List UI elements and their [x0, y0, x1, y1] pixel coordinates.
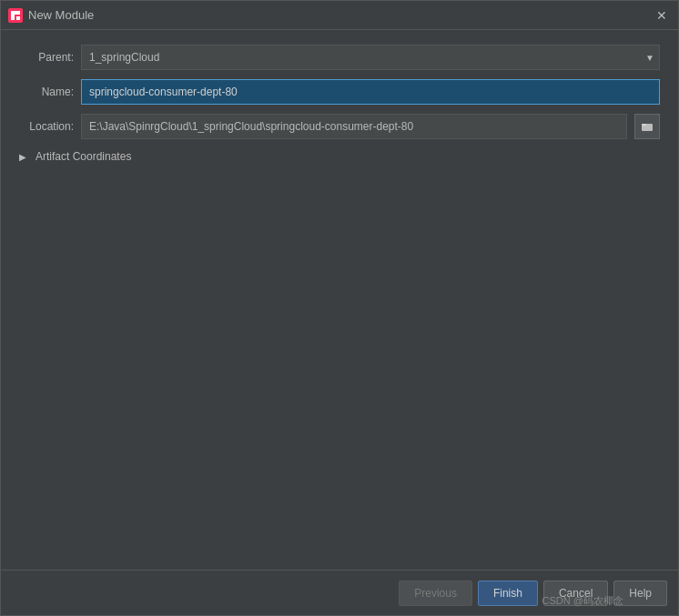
expand-arrow-icon: ▶	[19, 152, 30, 162]
name-input[interactable]	[81, 79, 660, 105]
name-row: Name:	[19, 79, 660, 105]
name-label: Name:	[19, 86, 74, 98]
title-bar-left: New Module	[8, 8, 94, 23]
finish-button[interactable]: Finish	[478, 581, 538, 606]
folder-icon	[641, 120, 654, 133]
title-bar: New Module ✕	[1, 1, 678, 30]
location-input[interactable]	[81, 114, 627, 139]
watermark: CSDN @码农椰念	[542, 594, 623, 608]
svg-rect-3	[16, 16, 20, 20]
close-button[interactable]: ✕	[653, 6, 671, 25]
artifact-coordinates-section[interactable]: ▶ Artifact Coordinates	[19, 148, 660, 165]
parent-row: Parent: 1_springCloud ▼	[19, 45, 660, 70]
artifact-coordinates-label: Artifact Coordinates	[35, 150, 131, 163]
parent-select[interactable]: 1_springCloud	[81, 45, 660, 70]
location-label: Location:	[19, 120, 74, 133]
svg-rect-2	[11, 11, 20, 15]
browse-button[interactable]	[634, 114, 660, 139]
dialog-footer: Previous Finish Cancel Help	[1, 570, 678, 615]
svg-rect-0	[8, 8, 23, 23]
parent-label: Parent:	[19, 51, 74, 64]
dialog-title: New Module	[28, 8, 94, 22]
svg-rect-5	[642, 124, 646, 126]
dialog-content: Parent: 1_springCloud ▼ Name: Location:	[1, 30, 678, 570]
content-spacer	[19, 174, 660, 555]
parent-dropdown-wrapper: 1_springCloud ▼	[81, 45, 660, 70]
new-module-dialog: New Module ✕ Parent: 1_springCloud ▼ Nam…	[0, 0, 679, 616]
previous-button[interactable]: Previous	[399, 581, 472, 606]
location-row: Location:	[19, 114, 660, 139]
intellij-icon	[8, 8, 23, 23]
